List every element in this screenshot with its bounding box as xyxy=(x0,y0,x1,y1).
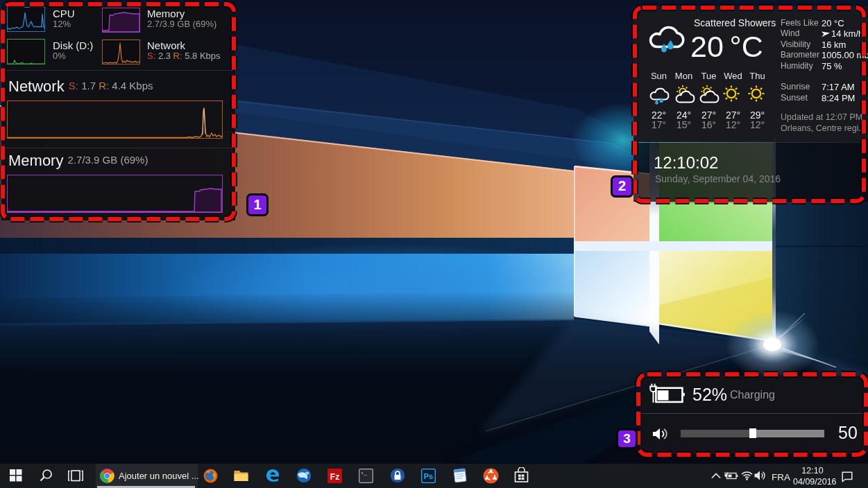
svg-text:Ps: Ps xyxy=(424,472,433,480)
svg-text:›_: ›_ xyxy=(361,470,368,476)
svg-text:Fz: Fz xyxy=(330,472,339,482)
